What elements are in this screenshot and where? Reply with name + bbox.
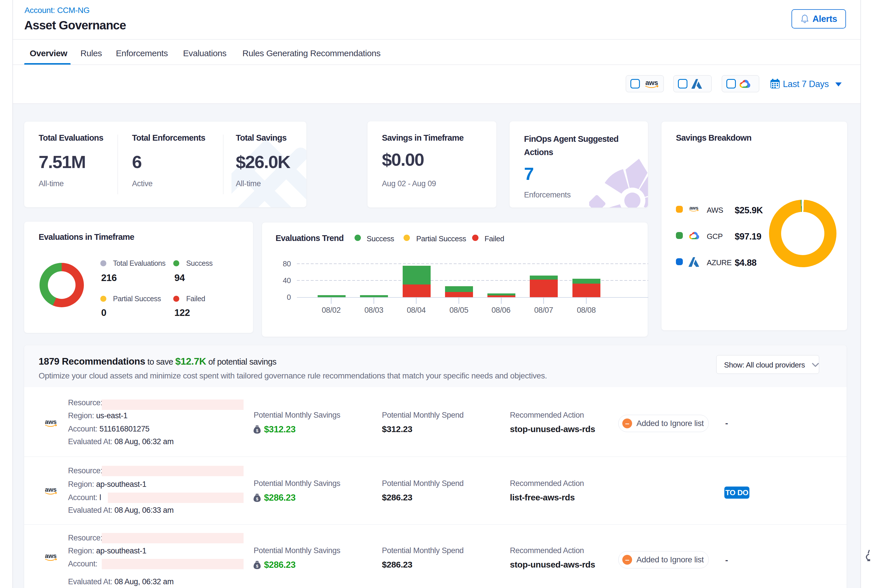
svg-text:aws: aws bbox=[690, 205, 698, 211]
svg-text:aws: aws bbox=[645, 79, 658, 87]
